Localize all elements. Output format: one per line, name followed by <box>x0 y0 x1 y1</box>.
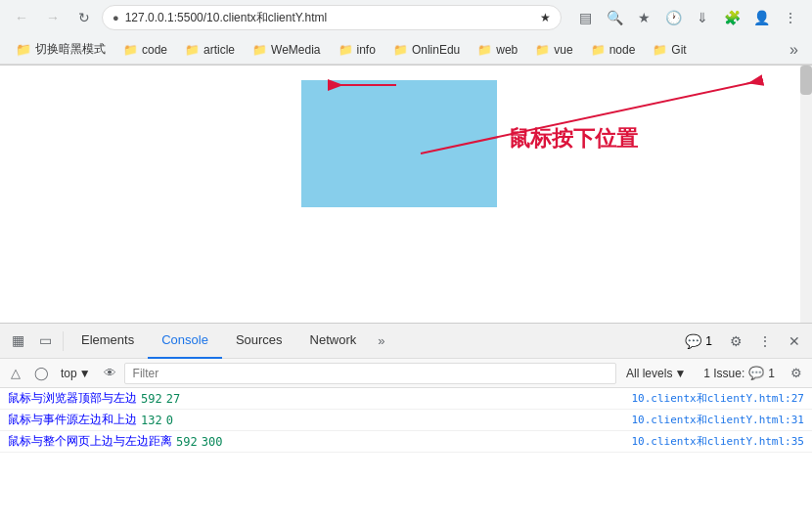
toolbar-icons: ▤ 🔍 ★ 🕐 ⇓ 🧩 👤 ⋮ <box>571 4 804 31</box>
profile-button[interactable]: 👤 <box>747 4 775 31</box>
cast-button[interactable]: ▤ <box>571 4 599 31</box>
console-output: 鼠标与浏览器顶部与左边 592 27 10.clientx和clientY.ht… <box>0 388 812 525</box>
bookmark-onlinedu[interactable]: 📁 OnlinEdu <box>385 41 468 59</box>
chevron-down-icon-levels: ▼ <box>674 367 686 380</box>
console-clear-button[interactable]: △ <box>4 362 27 385</box>
bookmark-icon-onlinedu: 📁 <box>393 43 408 57</box>
devtools-tabs: ▦ ▭ Elements Console Sources Network » 💬… <box>0 324 812 359</box>
console-filter-input[interactable] <box>124 363 616 384</box>
devtools-close-button[interactable]: ✕ <box>781 328 808 355</box>
download-button[interactable]: ⇓ <box>689 4 716 31</box>
devtools-kebab-button[interactable]: ⋮ <box>751 328 779 355</box>
bookmark-icon-node: 📁 <box>591 43 606 57</box>
bookmark-dark-mode[interactable]: 📁 切换暗黑模式 <box>8 39 113 60</box>
bookmark-git[interactable]: 📁 Git <box>645 41 694 59</box>
back-button[interactable]: ← <box>8 4 35 31</box>
top-label: top <box>61 367 77 380</box>
console-toolbar: △ ◯ top ▼ 👁 All levels ▼ 1 Issue: 💬 1 ⚙ <box>0 359 812 388</box>
star-icon: ★ <box>540 11 551 24</box>
devtools-select-icon[interactable]: ▦ <box>4 324 31 359</box>
address-bar[interactable]: ● 127.0.0.1:5500/10.clientx和clientY.html… <box>102 5 562 30</box>
search-button[interactable]: 🔍 <box>601 4 628 31</box>
top-context-selector[interactable]: top ▼ <box>55 365 97 382</box>
lock-icon: ● <box>113 12 119 23</box>
bookmark-icon-wemedia: 📁 <box>252 43 267 57</box>
console-row-2-text: 鼠标与事件源左边和上边 <box>8 412 137 428</box>
bookmark-wemedia[interactable]: 📁 WeMedia <box>245 41 328 59</box>
history-button[interactable]: 🕐 <box>659 4 687 31</box>
mouse-label: 鼠标按下位置 <box>509 124 638 153</box>
bookmark-code[interactable]: 📁 code <box>115 41 175 59</box>
forward-button[interactable]: → <box>39 4 67 31</box>
console-row-2-num1: 132 <box>141 414 162 427</box>
bookmarks-more-button[interactable]: » <box>784 39 804 61</box>
bookmarks-bar: 📁 切换暗黑模式 📁 code 📁 article 📁 WeMedia 📁 in… <box>0 35 812 65</box>
devtools-settings-button[interactable]: ⚙ <box>722 328 749 355</box>
message-badge-container: 💬 1 <box>677 333 720 349</box>
console-row-2-left: 鼠标与事件源左边和上边 132 0 <box>8 412 173 428</box>
bookmark-button[interactable]: ★ <box>630 4 657 31</box>
console-row-3-link[interactable]: 10.clientx和clientY.html:35 <box>631 434 804 449</box>
message-icon: 💬 <box>685 333 701 349</box>
console-row-3-text: 鼠标与整个网页上边与左边距离 <box>8 433 172 450</box>
url-text: 127.0.0.1:5500/10.clientx和clientY.html <box>125 10 534 26</box>
all-levels-button[interactable]: All levels ▼ <box>618 365 694 382</box>
blue-box <box>301 80 497 207</box>
browser-content: 鼠标按下位置 <box>0 66 812 323</box>
console-gear-button[interactable]: ⚙ <box>785 362 808 385</box>
console-row-2[interactable]: 鼠标与事件源左边和上边 132 0 10.clientx和clientY.htm… <box>0 410 812 431</box>
issue-chat-icon: 💬 <box>748 366 764 380</box>
console-row-1-link[interactable]: 10.clientx和clientY.html:27 <box>631 391 804 406</box>
console-block-button[interactable]: ◯ <box>29 362 53 385</box>
bookmark-folder-icon: 📁 <box>16 42 31 57</box>
chevron-down-icon: ▼ <box>79 367 91 380</box>
bookmark-icon-vue: 📁 <box>535 43 550 57</box>
bookmark-info[interactable]: 📁 info <box>331 41 383 59</box>
puzzle-button[interactable]: 🧩 <box>718 4 745 31</box>
bookmark-icon-git: 📁 <box>653 43 667 57</box>
console-row-1-text: 鼠标与浏览器顶部与左边 <box>8 390 137 407</box>
bookmark-icon-article: 📁 <box>185 43 200 57</box>
console-row-3-num1: 592 <box>176 435 198 449</box>
console-row-1-left: 鼠标与浏览器顶部与左边 592 27 <box>8 390 180 407</box>
nav-bar: ← → ↻ ● 127.0.0.1:5500/10.clientx和client… <box>0 0 812 35</box>
bookmark-icon-web: 📁 <box>477 43 492 57</box>
console-row-1-num1: 592 <box>141 392 162 406</box>
page-scrollbar[interactable] <box>800 66 812 323</box>
issue-badge: 1 Issue: 💬 1 <box>696 364 783 382</box>
devtools-device-icon[interactable]: ▭ <box>31 324 59 359</box>
tab-network[interactable]: Network <box>296 324 371 359</box>
tab-elements[interactable]: Elements <box>68 324 148 359</box>
console-eye-button[interactable]: 👁 <box>99 362 122 385</box>
bookmark-icon-code: 📁 <box>123 43 138 57</box>
console-row-2-link[interactable]: 10.clientx和clientY.html:31 <box>631 413 804 427</box>
console-row-1[interactable]: 鼠标与浏览器顶部与左边 592 27 10.clientx和clientY.ht… <box>0 388 812 410</box>
tab-separator <box>63 331 64 351</box>
console-row-2-num2: 0 <box>166 414 173 427</box>
console-row-3-left: 鼠标与整个网页上边与左边距离 592 300 <box>8 433 222 450</box>
console-row-3[interactable]: 鼠标与整个网页上边与左边距离 592 300 10.clientx和client… <box>0 431 812 453</box>
devtools-panel: ▦ ▭ Elements Console Sources Network » 💬… <box>0 323 812 525</box>
devtools-more-tabs[interactable]: » <box>370 324 392 359</box>
bookmark-node[interactable]: 📁 node <box>583 41 644 59</box>
tab-sources[interactable]: Sources <box>222 324 296 359</box>
bookmark-web[interactable]: 📁 web <box>470 41 525 59</box>
reload-button[interactable]: ↻ <box>70 4 98 31</box>
console-row-3-num2: 300 <box>202 435 223 449</box>
badge-count: 1 <box>705 334 712 348</box>
browser-chrome: ← → ↻ ● 127.0.0.1:5500/10.clientx和client… <box>0 0 812 66</box>
bookmark-vue[interactable]: 📁 vue <box>527 41 580 59</box>
tab-console[interactable]: Console <box>148 324 222 359</box>
devtools-actions: 💬 1 ⚙ ⋮ ✕ <box>677 328 808 355</box>
bookmark-article[interactable]: 📁 article <box>177 41 243 59</box>
menu-button[interactable]: ⋮ <box>777 4 804 31</box>
bookmark-icon-info: 📁 <box>338 43 353 57</box>
page-scrollbar-thumb[interactable] <box>800 66 812 95</box>
console-row-1-num2: 27 <box>166 392 180 406</box>
